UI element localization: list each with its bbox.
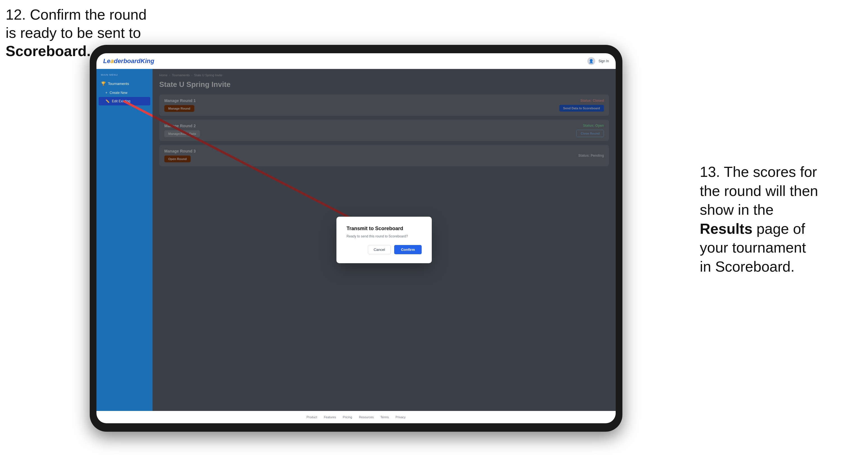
main-content: Home › Tournaments › State U Spring Invi…: [153, 69, 616, 411]
avatar: 👤: [587, 57, 595, 65]
footer-product[interactable]: Product: [306, 415, 317, 419]
trophy-icon: 🏆: [101, 81, 106, 86]
footer-privacy[interactable]: Privacy: [396, 415, 406, 419]
create-new-label: Create New: [110, 91, 127, 95]
sidebar-tournaments-label: Tournaments: [108, 82, 129, 86]
footer-features[interactable]: Features: [324, 415, 336, 419]
annotation-right-text: 13. The scores for the round will then s…: [700, 164, 818, 275]
app-container: MAIN MENU 🏆 Tournaments + Create New ✏️ …: [96, 69, 616, 411]
logo: LeaderboardKing: [103, 58, 154, 65]
annotation-line2: is ready to be sent to: [6, 25, 141, 41]
sidebar-item-tournaments[interactable]: 🏆 Tournaments: [96, 79, 153, 89]
plus-icon: +: [105, 91, 107, 95]
modal-title: Transmit to Scoreboard: [346, 226, 422, 231]
modal-buttons: Cancel Confirm: [346, 245, 422, 254]
annotation-bold: Scoreboard.: [6, 43, 91, 59]
modal-confirm-button[interactable]: Confirm: [394, 245, 422, 254]
edit-existing-label: Edit Existing: [112, 99, 130, 103]
signin-link[interactable]: Sign In: [598, 59, 609, 63]
modal-box: Transmit to Scoreboard Ready to send thi…: [336, 217, 432, 263]
footer: Product Features Pricing Resources Terms…: [96, 411, 616, 423]
modal-cancel-button[interactable]: Cancel: [368, 245, 391, 254]
tablet-frame: LeaderboardKing 👤 Sign In MAIN MENU 🏆 To…: [90, 45, 622, 432]
logo-area: LeaderboardKing: [103, 58, 154, 65]
edit-icon: ✏️: [105, 99, 110, 103]
top-navbar: LeaderboardKing 👤 Sign In: [96, 53, 616, 69]
modal-subtitle: Ready to send this round to Scoreboard?: [346, 234, 422, 238]
footer-pricing[interactable]: Pricing: [343, 415, 352, 419]
sidebar-menu-label: MAIN MENU: [96, 73, 153, 79]
sidebar-item-edit-existing[interactable]: ✏️ Edit Existing: [99, 97, 150, 105]
sidebar-item-create-new[interactable]: + Create New: [96, 89, 153, 97]
modal-overlay: Transmit to Scoreboard Ready to send thi…: [153, 69, 616, 411]
footer-terms[interactable]: Terms: [380, 415, 389, 419]
nav-right: 👤 Sign In: [587, 57, 609, 65]
tablet-screen: LeaderboardKing 👤 Sign In MAIN MENU 🏆 To…: [96, 53, 616, 423]
annotation-line1: 12. Confirm the round: [6, 6, 147, 23]
annotation-right: 13. The scores for the round will then s…: [700, 163, 862, 276]
footer-resources[interactable]: Resources: [359, 415, 374, 419]
sidebar: MAIN MENU 🏆 Tournaments + Create New ✏️ …: [96, 69, 153, 411]
